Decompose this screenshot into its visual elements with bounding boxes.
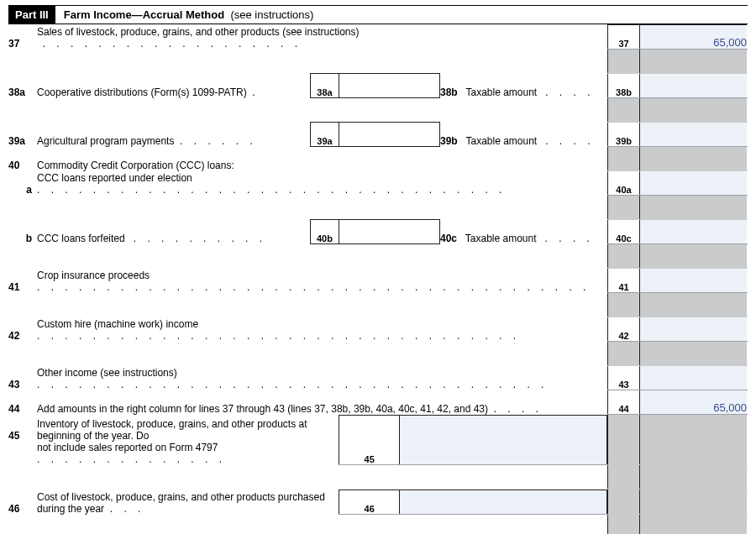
right-line-number: 44	[608, 390, 640, 415]
line-38a: 38a Cooperative distributions (Form(s) 1…	[8, 74, 748, 98]
line-desc: Inventory of livestock, produce, grains,…	[37, 415, 339, 442]
line-46: 46 Cost of livestock, produce, grains, a…	[8, 490, 748, 515]
right-line-number: 39b	[608, 123, 640, 147]
part-badge: Part III	[8, 6, 55, 24]
line-number: 40	[8, 147, 37, 171]
line-41-amount[interactable]	[640, 269, 748, 293]
line-number: 39a	[8, 123, 37, 147]
line-desc: Cost of livestock, produce, grains, and …	[37, 490, 339, 515]
line-number: a	[8, 171, 37, 196]
line-number: 38a	[8, 74, 37, 98]
sub-label-46: 46	[339, 490, 399, 514]
right-line-number: 40a	[608, 171, 640, 196]
line-39a: 39a Agricultural program payments . . . …	[8, 123, 748, 147]
line-desc: CCC loans reported under election . . . …	[37, 171, 608, 196]
line-desc: Agricultural program payments . . . . . …	[37, 123, 310, 147]
right-line-number: 37	[608, 25, 640, 50]
right-line-number: 38b	[608, 74, 640, 98]
form-table: 37 Sales of livestock, produce, grains, …	[8, 24, 748, 534]
part-title: Farm Income—Accrual Method (see instruct…	[55, 6, 323, 24]
sub-label-45: 45	[339, 415, 399, 464]
line-desc-cont: not include sales reported on Form 4797 …	[37, 442, 339, 465]
right-line-number: 40c	[608, 220, 640, 244]
inline-label-38a: 38a	[310, 74, 339, 98]
line-38b-amount[interactable]	[640, 74, 748, 98]
input-40b[interactable]	[339, 220, 439, 244]
line-37-amount[interactable]: 65,000	[640, 25, 748, 50]
inline-label-40b: 40b	[310, 220, 339, 244]
line-desc: Crop insurance proceeds . . . . . . . . …	[37, 269, 608, 293]
line-37: 37 Sales of livestock, produce, grains, …	[8, 25, 748, 50]
line-number: 46	[8, 490, 37, 515]
line-number: 44	[8, 390, 37, 415]
right-line-number: 43	[608, 366, 640, 390]
line-number: b	[8, 220, 37, 244]
line-43: 43 Other income (see instructions) . . .…	[8, 366, 748, 390]
right-line-number: 42	[608, 317, 640, 342]
line-41: 41 Crop insurance proceeds . . . . . . .…	[8, 269, 748, 293]
right-line-number: 41	[608, 269, 640, 293]
line-40: 40 Commodity Credit Corporation (CCC) lo…	[8, 147, 748, 171]
line-desc: Custom hire (machine work) income . . . …	[37, 317, 608, 342]
line-40b: b CCC loans forfeited . . . . . . . . . …	[8, 220, 748, 244]
line-desc: CCC loans forfeited . . . . . . . . . .	[37, 220, 310, 244]
line-number: 42	[8, 317, 37, 342]
line-40c-amount[interactable]	[640, 220, 748, 244]
line-40a-amount[interactable]	[640, 171, 748, 196]
line-number: 37	[8, 25, 37, 50]
line-desc: Add amounts in the right column for line…	[37, 390, 608, 415]
line-39b-amount[interactable]	[640, 123, 748, 147]
line-desc: Cooperative distributions (Form(s) 1099-…	[37, 74, 310, 98]
inline-label-39a: 39a	[310, 123, 339, 147]
input-45[interactable]	[399, 415, 606, 464]
line-desc: Other income (see instructions) . . . . …	[37, 366, 608, 390]
line-number: 43	[8, 366, 37, 390]
line-42-amount[interactable]	[640, 317, 748, 342]
part-header: Part III Farm Income—Accrual Method (see…	[8, 5, 748, 24]
input-39a[interactable]	[339, 123, 439, 147]
input-38a[interactable]	[339, 74, 439, 98]
label-40c: 40c Taxable amount . . . .	[439, 220, 607, 244]
line-40a: a CCC loans reported under election . . …	[8, 171, 748, 196]
line-desc: Sales of livestock, produce, grains, and…	[37, 25, 608, 50]
line-desc: Commodity Credit Corporation (CCC) loans…	[37, 147, 608, 171]
label-39b: 39b Taxable amount . . . .	[439, 123, 607, 147]
line-number: 45	[8, 415, 37, 442]
input-46[interactable]	[399, 490, 606, 514]
line-44: 44 Add amounts in the right column for l…	[8, 390, 748, 415]
line-45-row1: 45 Inventory of livestock, produce, grai…	[8, 415, 748, 442]
label-38b: 38b Taxable amount . . . .	[439, 74, 607, 98]
line-42: 42 Custom hire (machine work) income . .…	[8, 317, 748, 342]
line-number: 41	[8, 269, 37, 293]
line-44-amount[interactable]: 65,000	[640, 390, 748, 415]
line-43-amount[interactable]	[640, 366, 748, 390]
